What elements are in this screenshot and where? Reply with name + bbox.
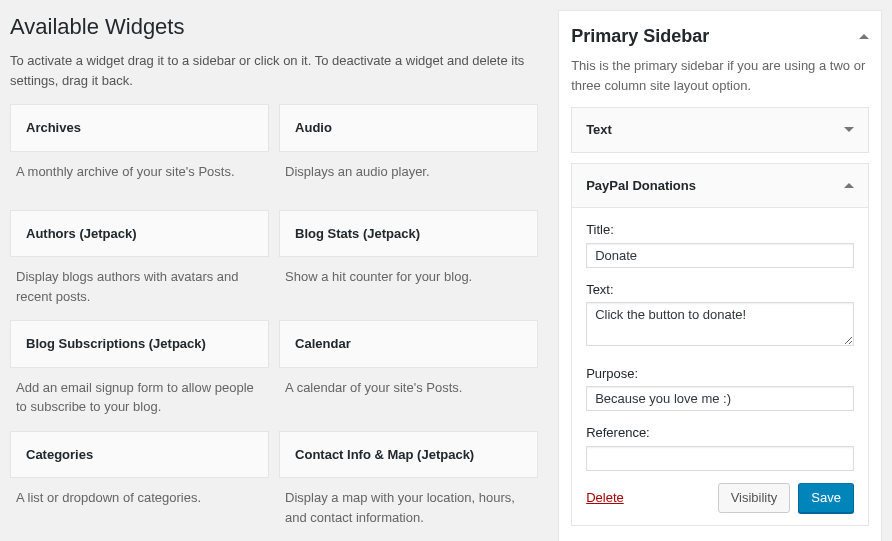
widget-desc: A list or dropdown of categories. bbox=[10, 478, 269, 536]
widget-calendar[interactable]: Calendar bbox=[279, 320, 538, 368]
visibility-button[interactable]: Visibility bbox=[718, 483, 791, 513]
widget-categories[interactable]: Categories bbox=[10, 431, 269, 479]
text-label: Text: bbox=[586, 280, 854, 300]
primary-sidebar-panel: Primary Sidebar This is the primary side… bbox=[558, 10, 882, 541]
chevron-down-icon bbox=[844, 127, 854, 132]
sidebar-widget-paypal-label: PayPal Donations bbox=[586, 176, 696, 196]
sidebar-widget-text-label: Text bbox=[586, 120, 612, 140]
widget-desc: Display a map with your location, hours,… bbox=[279, 478, 538, 541]
save-button[interactable]: Save bbox=[798, 483, 854, 513]
widget-blog-subscriptions-jetpack[interactable]: Blog Subscriptions (Jetpack) bbox=[10, 320, 269, 368]
sidebar-widget-paypal-toggle[interactable]: PayPal Donations bbox=[572, 164, 868, 209]
collapse-icon[interactable] bbox=[859, 34, 869, 39]
widget-authors-jetpack[interactable]: Authors (Jetpack) bbox=[10, 210, 269, 258]
available-widgets-description: To activate a widget drag it to a sideba… bbox=[10, 51, 538, 90]
widget-audio[interactable]: Audio bbox=[279, 104, 538, 152]
widget-desc: Display blogs authors with avatars and r… bbox=[10, 257, 269, 320]
widget-desc: Add an email signup form to allow people… bbox=[10, 368, 269, 431]
delete-link[interactable]: Delete bbox=[586, 488, 624, 508]
widget-blog-stats-jetpack[interactable]: Blog Stats (Jetpack) bbox=[279, 210, 538, 258]
primary-sidebar-title: Primary Sidebar bbox=[571, 23, 709, 50]
primary-sidebar-description: This is the primary sidebar if you are u… bbox=[571, 56, 869, 95]
widget-contact-info-map-jetpack[interactable]: Contact Info & Map (Jetpack) bbox=[279, 431, 538, 479]
widget-desc: A monthly archive of your site's Posts. bbox=[10, 152, 269, 210]
title-label: Title: bbox=[586, 220, 854, 240]
sidebar-widget-text[interactable]: Text bbox=[571, 107, 869, 153]
purpose-input[interactable] bbox=[586, 386, 854, 411]
widget-desc: A calendar of your site's Posts. bbox=[279, 368, 538, 426]
chevron-up-icon bbox=[844, 183, 854, 188]
available-widgets-title: Available Widgets bbox=[10, 10, 538, 43]
purpose-label: Purpose: bbox=[586, 364, 854, 384]
text-input[interactable] bbox=[586, 302, 854, 346]
widget-desc: Displays an audio player. bbox=[279, 152, 538, 210]
title-input[interactable] bbox=[586, 243, 854, 268]
sidebar-widget-paypal-donations: PayPal Donations Title: Text: Purpose: bbox=[571, 163, 869, 526]
reference-input[interactable] bbox=[586, 446, 854, 471]
widget-archives[interactable]: Archives bbox=[10, 104, 269, 152]
widget-desc: Show a hit counter for your blog. bbox=[279, 257, 538, 315]
reference-label: Reference: bbox=[586, 423, 854, 443]
available-widgets-grid: Archives A monthly archive of your site'… bbox=[5, 104, 543, 541]
